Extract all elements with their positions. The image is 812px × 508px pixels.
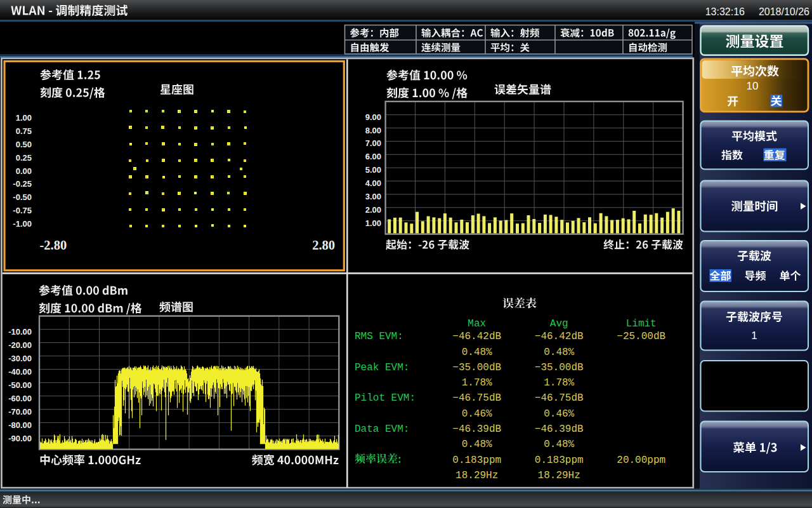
svg-text:−35.00dB: −35.00dB xyxy=(452,362,501,373)
svg-text:-20.00: -20.00 xyxy=(8,340,32,350)
svg-text:-0.25: -0.25 xyxy=(13,179,32,189)
svg-text:2.80: 2.80 xyxy=(312,238,335,252)
svg-text:18.29Hz: 18.29Hz xyxy=(455,470,498,481)
svg-text:Limit: Limit xyxy=(626,318,657,330)
svg-text:0.48%: 0.48% xyxy=(544,347,574,358)
svg-text:-90.00: -90.00 xyxy=(8,434,32,443)
svg-text:10: 10 xyxy=(747,80,759,92)
svg-text:-2.80: -2.80 xyxy=(40,238,67,252)
svg-text:-80.00: -80.00 xyxy=(8,420,32,430)
svg-text:4.00: 4.00 xyxy=(365,178,381,188)
svg-text:0.48%: 0.48% xyxy=(462,347,492,358)
svg-text:Pilot EVM:: Pilot EVM: xyxy=(355,392,416,404)
svg-text:0.46%: 0.46% xyxy=(462,408,492,420)
svg-text:0.75: 0.75 xyxy=(16,126,32,136)
svg-text:5.00: 5.00 xyxy=(365,165,381,175)
svg-text:2.00: 2.00 xyxy=(365,205,381,215)
svg-text:−25.00dB: −25.00dB xyxy=(617,331,665,342)
svg-text:2018/10/26: 2018/10/26 xyxy=(759,6,809,17)
svg-text:-0.75: -0.75 xyxy=(13,206,32,215)
svg-text:0.48%: 0.48% xyxy=(462,439,492,450)
svg-text:0.183ppm: 0.183ppm xyxy=(535,455,584,466)
svg-text:RMS EVM:: RMS EVM: xyxy=(355,331,403,342)
svg-text:0.50: 0.50 xyxy=(16,140,32,149)
svg-text:-40.00: -40.00 xyxy=(8,367,32,377)
svg-text:Data EVM:: Data EVM: xyxy=(355,424,409,435)
svg-text:-0.50: -0.50 xyxy=(13,192,32,202)
svg-text:−46.75dB: −46.75dB xyxy=(452,392,501,404)
svg-text:−46.75dB: −46.75dB xyxy=(535,392,584,404)
svg-text:1.00: 1.00 xyxy=(365,218,381,228)
svg-text:7.00: 7.00 xyxy=(365,138,381,148)
svg-text:1.78%: 1.78% xyxy=(544,377,574,389)
svg-text:-1.00: -1.00 xyxy=(13,219,32,229)
svg-text:-50.00: -50.00 xyxy=(8,380,32,390)
svg-text:-30.00: -30.00 xyxy=(8,354,32,363)
svg-text:0.183ppm: 0.183ppm xyxy=(452,455,501,466)
svg-text:0.46%: 0.46% xyxy=(544,408,574,420)
svg-text:13:32:16: 13:32:16 xyxy=(705,6,745,17)
svg-text:−46.42dB: −46.42dB xyxy=(535,331,584,342)
svg-text:−46.42dB: −46.42dB xyxy=(452,331,501,342)
svg-text:−46.39dB: −46.39dB xyxy=(452,424,501,435)
svg-text:Max: Max xyxy=(468,318,486,330)
svg-text:1: 1 xyxy=(751,330,757,342)
svg-text:1.00: 1.00 xyxy=(16,113,32,123)
svg-text:-70.00: -70.00 xyxy=(8,407,32,417)
svg-text:6.00: 6.00 xyxy=(365,152,381,161)
svg-text:18.29Hz: 18.29Hz xyxy=(538,470,580,481)
svg-text:3.00: 3.00 xyxy=(365,192,381,201)
svg-text:20.00ppm: 20.00ppm xyxy=(617,455,665,466)
svg-text:9.00: 9.00 xyxy=(365,112,381,122)
svg-text:0.48%: 0.48% xyxy=(544,439,574,450)
svg-text:-60.00: -60.00 xyxy=(8,394,32,403)
svg-text:−35.00dB: −35.00dB xyxy=(535,362,584,373)
svg-text:-10.00: -10.00 xyxy=(8,327,32,337)
svg-text:Avg: Avg xyxy=(550,318,568,330)
svg-text:0.00: 0.00 xyxy=(16,166,32,176)
svg-text:0.25: 0.25 xyxy=(16,153,32,163)
svg-text:1.78%: 1.78% xyxy=(462,377,492,389)
svg-text:8.00: 8.00 xyxy=(365,126,381,135)
svg-text:Peak EVM:: Peak EVM: xyxy=(355,362,409,373)
svg-text:−46.39dB: −46.39dB xyxy=(535,424,584,435)
